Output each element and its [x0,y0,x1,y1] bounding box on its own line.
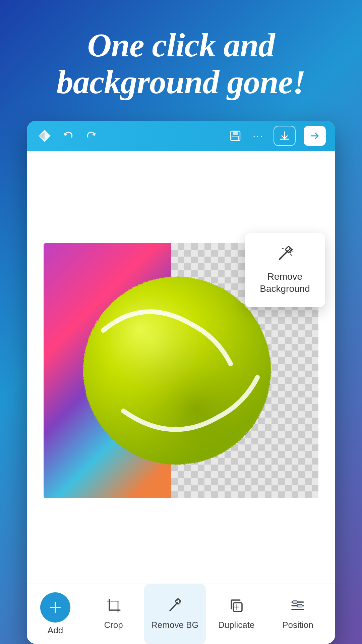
add-button[interactable] [40,592,70,623]
svg-point-8 [83,277,271,465]
undo-button[interactable] [61,128,76,143]
svg-rect-4 [232,136,239,140]
remove-background-label: Remove Background [259,271,310,295]
position-tool[interactable]: Position [267,584,328,644]
svg-rect-36 [293,601,297,603]
svg-line-25 [170,603,177,611]
canvas-area: Remove Background [27,151,335,584]
toolbar: ··· [27,121,335,151]
remove-bg-label: Remove BG [151,620,199,630]
svg-rect-37 [297,604,302,607]
save-button[interactable] [228,128,243,143]
remove-bg-icon [167,598,183,616]
download-button[interactable] [274,126,296,146]
svg-point-28 [179,603,180,604]
toolbar-divider [80,597,80,631]
position-label: Position [282,620,313,630]
more-button[interactable]: ··· [251,128,265,143]
add-tool-col: Add [34,592,77,636]
svg-point-29 [177,599,178,600]
bottom-toolbar: Add Crop [27,584,335,644]
hero-text: One click and background gone! [0,0,362,121]
crop-tool[interactable]: Crop [83,584,144,644]
svg-rect-3 [233,131,238,135]
app-logo [36,127,53,144]
crop-label: Crop [104,620,123,630]
duplicate-label: Duplicate [218,620,254,630]
magic-wand-icon [276,245,294,265]
position-icon [290,598,305,616]
duplicate-tool[interactable]: Duplicate [206,584,267,644]
share-button[interactable] [304,126,326,146]
svg-point-13 [290,252,291,253]
canvas-content: Remove Background [44,243,318,498]
add-label: Add [48,625,63,636]
remove-bg-tool[interactable]: Remove BG [144,584,205,644]
svg-point-12 [280,257,282,259]
svg-line-18 [290,254,292,255]
duplicate-icon [229,598,244,616]
redo-button[interactable] [84,128,99,143]
crop-icon [106,598,121,616]
remove-background-tooltip[interactable]: Remove Background [245,233,325,307]
svg-point-14 [287,248,288,249]
svg-point-11 [289,249,291,250]
app-window: ··· [27,121,335,644]
svg-point-27 [179,601,181,602]
svg-point-15 [282,248,284,249]
